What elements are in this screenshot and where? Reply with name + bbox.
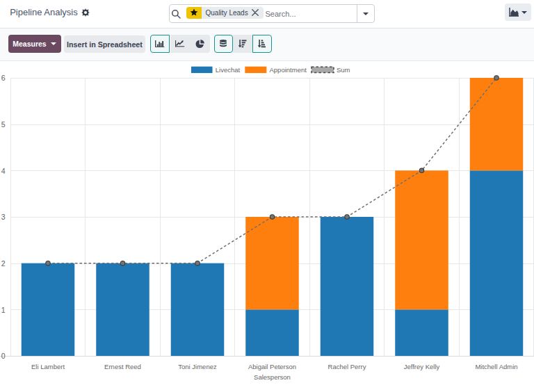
svg-text:5: 5	[1, 120, 6, 129]
svg-text:Toni Jimenez: Toni Jimenez	[178, 363, 217, 370]
svg-text:Appointment: Appointment	[270, 66, 307, 74]
svg-text:Ernest Reed: Ernest Reed	[104, 363, 141, 370]
svg-text:1: 1	[1, 306, 6, 314]
svg-text:Sum: Sum	[337, 66, 350, 74]
svg-text:2: 2	[1, 259, 6, 268]
svg-text:Eli Lambert: Eli Lambert	[31, 363, 65, 370]
svg-text:4: 4	[1, 167, 6, 175]
svg-text:Rachel Perry: Rachel Perry	[328, 363, 366, 370]
svg-text:0: 0	[1, 352, 6, 360]
svg-text:Mitchell Admin: Mitchell Admin	[475, 363, 517, 370]
svg-text:Livechat: Livechat	[216, 66, 241, 74]
svg-text:3: 3	[1, 213, 6, 221]
svg-text:6: 6	[1, 74, 6, 82]
svg-text:Jeffrey Kelly: Jeffrey Kelly	[404, 363, 440, 370]
svg-text:Salesperson: Salesperson	[254, 373, 291, 381]
svg-text:Abigail Peterson: Abigail Peterson	[248, 363, 296, 370]
